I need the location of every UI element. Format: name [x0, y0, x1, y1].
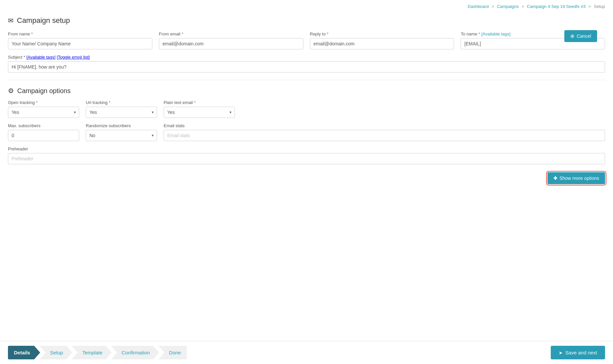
- options-row-2: Max. subscribers Randomize subscribers N…: [8, 123, 605, 141]
- step-done-label: Done: [169, 350, 181, 355]
- preheader-input[interactable]: [8, 153, 605, 164]
- randomize-subscribers-select-wrapper: No Yes ▾: [86, 130, 157, 141]
- from-name-group: From name *: [8, 31, 152, 49]
- breadcrumb-current: Setup: [594, 4, 605, 9]
- subject-label: Subject * [Available tags] [Toggle emoji…: [8, 55, 605, 60]
- breadcrumb-campaigns[interactable]: Campaigns: [497, 4, 519, 9]
- reply-to-input[interactable]: [310, 38, 454, 49]
- subject-available-tags-link[interactable]: [Available tags]: [26, 55, 56, 60]
- step-setup-label: Setup: [50, 350, 63, 355]
- form-row-1: From name * From email * Reply to *: [8, 31, 605, 49]
- randomize-subscribers-group: Randomize subscribers No Yes ▾: [86, 123, 157, 141]
- breadcrumb-dashboard[interactable]: Dashboard: [468, 4, 489, 9]
- email-stats-input[interactable]: [164, 130, 605, 141]
- plain-text-email-group: Plain text email * Yes No ▾: [164, 100, 235, 118]
- cancel-icon: ⊕: [570, 33, 575, 39]
- to-name-available-tags-link[interactable]: [Available tags]: [481, 31, 510, 36]
- from-name-input[interactable]: [8, 38, 152, 49]
- from-email-label: From email *: [159, 31, 303, 36]
- randomize-subscribers-select[interactable]: No Yes: [86, 130, 157, 141]
- randomize-subscribers-label: Randomize subscribers: [86, 123, 157, 128]
- reply-to-group: Reply to *: [310, 31, 454, 49]
- url-tracking-select-wrapper: Yes No ▾: [86, 107, 157, 118]
- page-wrapper: Dashboard > Campaigns > Campaign 4 Sep 1…: [0, 0, 613, 364]
- right-arrow-icon: ➤: [559, 350, 563, 355]
- step-done[interactable]: Done: [158, 346, 187, 359]
- step-template-label: Template: [82, 350, 102, 355]
- max-subscribers-input[interactable]: [8, 130, 79, 141]
- cancel-button[interactable]: ⊕ Cancel: [564, 30, 597, 42]
- reply-to-label: Reply to *: [310, 31, 454, 36]
- preheader-section: Preheader: [8, 146, 605, 164]
- open-tracking-select[interactable]: Yes No: [8, 107, 79, 118]
- steps-nav: Details Setup Template Confirmation Done: [8, 346, 187, 359]
- step-details-label: Details: [14, 350, 30, 355]
- url-tracking-label: Url tracking *: [86, 100, 157, 105]
- open-tracking-group: Open tracking * Yes No ▾: [8, 100, 79, 118]
- show-more-options-button[interactable]: ✚ Show more options: [547, 172, 605, 184]
- from-name-label: From name *: [8, 31, 152, 36]
- email-stats-label: Email stats: [164, 123, 605, 128]
- envelope-icon: ✉: [8, 17, 14, 25]
- plain-text-email-select[interactable]: Yes No: [164, 107, 235, 118]
- breadcrumb-campaign[interactable]: Campaign 4 Sep 19 Seedfx #3: [527, 4, 586, 9]
- campaign-options-header: ⚙ Campaign options: [8, 87, 605, 95]
- from-email-input[interactable]: [159, 38, 303, 49]
- toggle-emoji-link[interactable]: [Toggle emoji list]: [57, 55, 90, 60]
- section-divider: [8, 80, 605, 80]
- plain-text-email-select-wrapper: Yes No ▾: [164, 107, 235, 118]
- step-template[interactable]: Template: [72, 346, 112, 359]
- open-tracking-label: Open tracking *: [8, 100, 79, 105]
- step-confirmation[interactable]: Confirmation: [111, 346, 159, 359]
- options-row-1: Open tracking * Yes No ▾ Url tracking *: [8, 100, 605, 118]
- url-tracking-select[interactable]: Yes No: [86, 107, 157, 118]
- step-setup[interactable]: Setup: [39, 346, 72, 359]
- from-email-group: From email *: [159, 31, 303, 49]
- email-stats-group: Email stats: [164, 123, 605, 141]
- breadcrumb: Dashboard > Campaigns > Campaign 4 Sep 1…: [0, 0, 613, 13]
- url-tracking-group: Url tracking * Yes No ▾: [86, 100, 157, 118]
- main-content: ✉ Campaign setup ⊕ Cancel From name * Fr…: [0, 13, 613, 197]
- open-tracking-select-wrapper: Yes No ▾: [8, 107, 79, 118]
- max-subscribers-label: Max. subscribers: [8, 123, 79, 128]
- preheader-label: Preheader: [8, 146, 605, 151]
- subject-input[interactable]: [8, 61, 605, 73]
- campaign-setup-header: ✉ Campaign setup: [8, 16, 605, 25]
- show-more-options-wrapper: ✚ Show more options: [8, 172, 605, 184]
- plain-text-email-label: Plain text email *: [164, 100, 235, 105]
- subject-group: Subject * [Available tags] [Toggle emoji…: [8, 55, 605, 73]
- save-and-next-button[interactable]: ➤ Save and next: [551, 346, 605, 359]
- step-details[interactable]: Details: [8, 346, 40, 359]
- max-subscribers-group: Max. subscribers: [8, 123, 79, 141]
- plus-icon: ✚: [553, 176, 557, 181]
- preheader-group: Preheader: [8, 146, 605, 164]
- bottom-nav: Details Setup Template Confirmation Done…: [0, 341, 613, 364]
- gear-icon: ⚙: [8, 87, 14, 95]
- page-title: Campaign setup: [17, 16, 70, 25]
- step-confirmation-label: Confirmation: [122, 350, 150, 355]
